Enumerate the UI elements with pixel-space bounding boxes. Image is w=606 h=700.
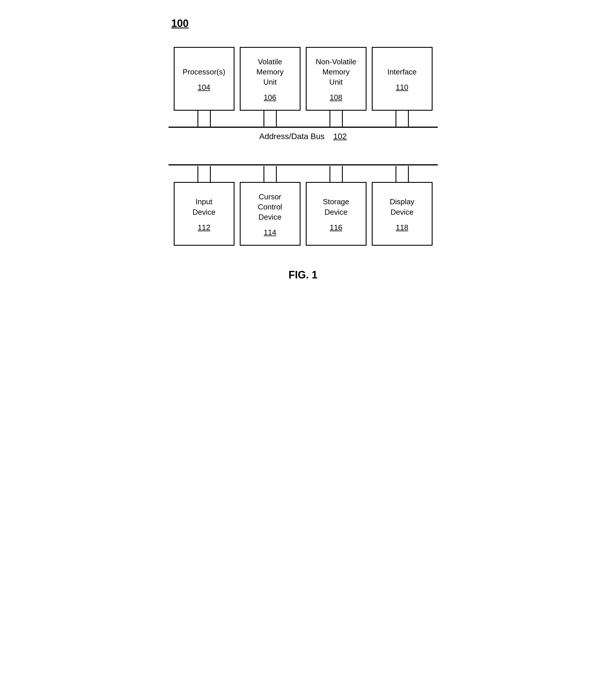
- stub-pair-processor: [174, 111, 235, 127]
- top-boxes-row: Processor(s)104VolatileMemoryUnit106Non-…: [168, 47, 438, 111]
- stub-left-volatile-memory: [263, 111, 264, 127]
- stub-pair-bot-storage-device: [306, 166, 367, 182]
- stub-pair-non-volatile-memory: [306, 111, 367, 127]
- box-number-input-device: 112: [198, 223, 210, 232]
- stub-pair-volatile-memory: [240, 111, 301, 127]
- stub-right-bot-display-device: [408, 166, 409, 182]
- component-box-input-device: InputDevice112: [174, 182, 235, 246]
- component-box-non-volatile-memory: Non-VolatileMemoryUnit108: [306, 47, 367, 111]
- component-box-interface: Interface110: [372, 47, 433, 111]
- stub-left-processor: [197, 111, 198, 127]
- stub-left-bot-input-device: [197, 166, 198, 182]
- figure-top-label: 100: [171, 17, 189, 29]
- bus-line-bottom-container: [168, 164, 438, 166]
- stub-left-bot-storage-device: [329, 166, 330, 182]
- bus-label-row: Address/Data Bus 102: [259, 132, 347, 141]
- stub-right-bot-cursor-control: [276, 166, 277, 182]
- stub-pair-bot-input-device: [174, 166, 235, 182]
- bus-line: [168, 127, 438, 128]
- bottom-stubs-row: [168, 166, 438, 182]
- bottom-boxes-row: InputDevice112CursorControlDevice114Stor…: [168, 182, 438, 246]
- box-number-interface: 110: [396, 83, 408, 92]
- component-box-processor: Processor(s)104: [174, 47, 235, 111]
- box-label-cursor-control: CursorControlDevice: [258, 192, 282, 222]
- top-stubs-row: [168, 111, 438, 127]
- figure-caption: FIG. 1: [288, 269, 317, 281]
- component-box-cursor-control: CursorControlDevice114: [240, 182, 301, 246]
- box-label-volatile-memory: VolatileMemoryUnit: [257, 57, 284, 87]
- stub-right-processor: [210, 111, 211, 127]
- stub-pair-bot-display-device: [372, 166, 433, 182]
- box-number-non-volatile-memory: 108: [330, 93, 342, 102]
- stub-right-interface: [408, 111, 409, 127]
- bus-number: 102: [333, 132, 347, 141]
- stub-right-bot-storage-device: [342, 166, 343, 182]
- stub-right-volatile-memory: [276, 111, 277, 127]
- bus-line-container: [168, 127, 438, 128]
- bottom-diagram-section: InputDevice112CursorControlDevice114Stor…: [168, 164, 438, 246]
- bus-label-text: Address/Data Bus: [259, 132, 325, 141]
- box-number-volatile-memory: 106: [264, 93, 276, 102]
- stub-left-bot-cursor-control: [263, 166, 264, 182]
- stub-pair-bot-cursor-control: [240, 166, 301, 182]
- box-label-non-volatile-memory: Non-VolatileMemoryUnit: [316, 57, 356, 87]
- stub-left-non-volatile-memory: [329, 111, 330, 127]
- stub-right-non-volatile-memory: [342, 111, 343, 127]
- box-label-display-device: DisplayDevice: [390, 197, 414, 217]
- component-box-volatile-memory: VolatileMemoryUnit106: [240, 47, 301, 111]
- box-label-processor: Processor(s): [183, 67, 225, 77]
- box-number-processor: 104: [198, 83, 210, 92]
- box-label-input-device: InputDevice: [192, 197, 215, 217]
- box-number-display-device: 118: [396, 223, 408, 232]
- page: 100 Processor(s)104VolatileMemoryUnit106…: [151, 0, 455, 304]
- component-box-storage-device: StorageDevice116: [306, 182, 367, 246]
- component-box-display-device: DisplayDevice118: [372, 182, 433, 246]
- box-number-storage-device: 116: [330, 223, 342, 232]
- stub-left-interface: [396, 111, 396, 127]
- top-diagram-section: Processor(s)104VolatileMemoryUnit106Non-…: [168, 47, 438, 141]
- box-number-cursor-control: 114: [264, 228, 276, 237]
- stub-left-bot-display-device: [396, 166, 396, 182]
- stub-pair-interface: [372, 111, 433, 127]
- box-label-storage-device: StorageDevice: [323, 197, 349, 217]
- bus-line-bottom: [168, 164, 438, 165]
- stub-right-bot-input-device: [210, 166, 211, 182]
- box-label-interface: Interface: [388, 67, 417, 77]
